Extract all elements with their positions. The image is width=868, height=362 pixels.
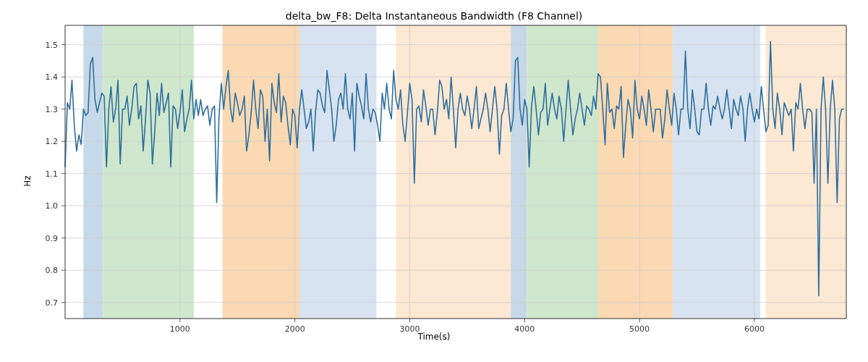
chart-band [396,25,511,319]
y-tick-label: 1.4 [46,72,59,82]
x-axis-label: Time(s) [0,332,868,342]
y-tick-label: 1.5 [46,41,59,50]
y-tick-label: 1.2 [46,137,59,146]
y-tick-label: 0.9 [46,234,59,243]
chart-title: delta_bw_F8: Delta Instantaneous Bandwid… [0,10,868,22]
chart-band [299,25,376,319]
chart-band [766,25,846,319]
chart-band [527,25,597,319]
y-axis-label: Hz [22,175,33,186]
y-tick-label: 1.0 [46,201,59,211]
y-tick-label: 0.7 [46,298,59,308]
y-tick-label: 1.1 [46,169,59,179]
y-tick-label: 1.3 [46,105,59,114]
chart-band [598,25,673,319]
chart-band [223,25,299,319]
y-tick-label: 0.8 [46,266,59,275]
line-chart: 0.70.80.91.01.11.21.31.41.51000200030004… [0,0,868,362]
